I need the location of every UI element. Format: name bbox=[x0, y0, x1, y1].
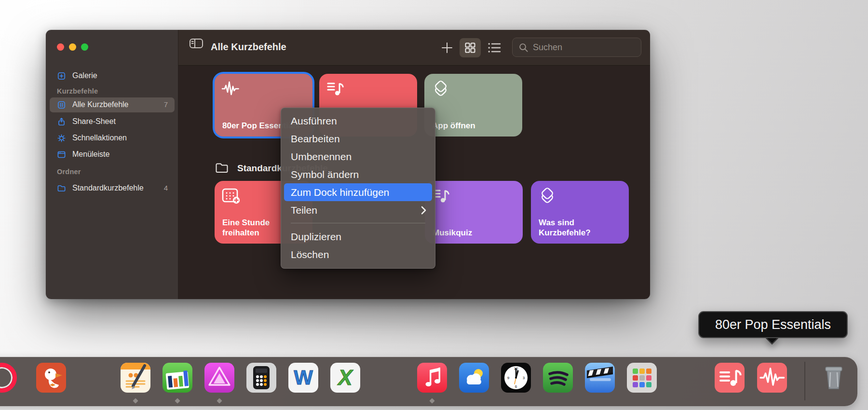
waveform-icon bbox=[221, 79, 240, 98]
gallery-icon bbox=[57, 71, 66, 81]
trash-icon[interactable] bbox=[819, 363, 849, 393]
launchpad-icon[interactable] bbox=[627, 363, 657, 393]
desktop: Galerie Kurzbefehle Alle Kurzbefehle 7 S… bbox=[0, 0, 868, 410]
menu-item-symbol-aendern[interactable]: Symbol ändern bbox=[284, 165, 432, 183]
toggle-sidebar-icon[interactable] bbox=[189, 38, 203, 49]
word-icon[interactable]: W bbox=[288, 363, 318, 393]
music-icon[interactable] bbox=[417, 363, 447, 393]
close-window-button[interactable] bbox=[57, 43, 64, 51]
share-icon bbox=[57, 117, 66, 126]
sidebar-item-count: 4 bbox=[164, 184, 168, 192]
search-icon bbox=[518, 42, 529, 53]
menu-separator bbox=[291, 223, 425, 223]
numbers-icon[interactable] bbox=[163, 363, 192, 393]
search-input[interactable] bbox=[532, 38, 636, 56]
sidebar-item-share-sheet[interactable]: Share-Sheet bbox=[50, 114, 175, 129]
gear-icon bbox=[57, 134, 66, 143]
context-menu: Ausführen Bearbeiten Umbenennen Symbol ä… bbox=[281, 108, 435, 269]
all-shortcuts-icon bbox=[57, 100, 66, 109]
sidebar: Galerie Kurzbefehle Alle Kurzbefehle 7 S… bbox=[46, 30, 178, 299]
menu-item-teilen[interactable]: Teilen bbox=[284, 201, 432, 219]
shortcuts-glyph-icon bbox=[537, 186, 557, 207]
page-title: Alle Kurzbefehle bbox=[211, 41, 286, 53]
sidebar-item-count: 7 bbox=[164, 100, 168, 109]
sidebar-item-label: Alle Kurzbefehle bbox=[72, 100, 129, 109]
calendar-add-icon bbox=[221, 186, 241, 206]
svg-text:X: X bbox=[337, 366, 353, 389]
sidebar-item-schnellaktionen[interactable]: Schnellaktionen bbox=[50, 131, 175, 146]
clock-icon[interactable]: 12369 bbox=[501, 363, 531, 393]
weather-icon[interactable] bbox=[459, 363, 489, 393]
affinity-icon[interactable] bbox=[204, 363, 234, 393]
sidebar-section-header: Ordner bbox=[57, 168, 81, 176]
shortcut-tile[interactable]: Was sind Kurzbefehle? bbox=[531, 181, 629, 244]
pages-icon[interactable] bbox=[121, 363, 150, 393]
shortcuts-glyph-icon bbox=[431, 79, 451, 100]
calculator-icon[interactable] bbox=[246, 363, 276, 393]
shortcut-tile[interactable]: App öffnen bbox=[424, 74, 522, 137]
sidebar-item-label: Standardkurzbefehle bbox=[72, 184, 144, 192]
excel-icon[interactable]: X bbox=[330, 363, 360, 393]
menu-item-zum-dock-hinzufuegen[interactable]: Zum Dock hinzufügen bbox=[284, 183, 432, 201]
menubar-icon bbox=[57, 150, 66, 159]
folder-icon bbox=[215, 162, 229, 174]
sidebar-item-alle-kurzbefehle[interactable]: Alle Kurzbefehle 7 bbox=[50, 97, 175, 112]
sidebar-item-label: Galerie bbox=[72, 71, 97, 80]
add-shortcut-button[interactable] bbox=[440, 41, 454, 55]
menu-item-umbenennen[interactable]: Umbenennen bbox=[284, 148, 432, 165]
svg-text:9: 9 bbox=[507, 376, 510, 380]
spotify-icon[interactable] bbox=[543, 363, 573, 393]
playlist-icon bbox=[326, 79, 345, 98]
duckduckgo-icon[interactable] bbox=[36, 363, 66, 393]
menu-item-ausfuehren[interactable]: Ausführen bbox=[284, 112, 432, 130]
menu-item-duplizieren[interactable]: Duplizieren bbox=[284, 228, 432, 246]
sidebar-item-label: Menüleiste bbox=[72, 150, 109, 159]
sidebar-item-menuleiste[interactable]: Menüleiste bbox=[50, 147, 175, 162]
zoom-window-button[interactable] bbox=[81, 43, 88, 51]
titlebar: Alle Kurzbefehle bbox=[178, 30, 650, 66]
menu-item-bearbeiten[interactable]: Bearbeiten bbox=[284, 130, 432, 148]
svg-text:W: W bbox=[294, 366, 313, 389]
shortcut-title: App öffnen bbox=[432, 121, 514, 131]
svg-text:6: 6 bbox=[515, 384, 517, 389]
dock-tooltip: 80er Pop Essentials bbox=[698, 311, 848, 338]
minimize-window-button[interactable] bbox=[69, 43, 76, 51]
sidebar-item-label: Share-Sheet bbox=[72, 117, 116, 126]
grid-view-icon bbox=[464, 42, 476, 54]
sidebar-item-standardkurzbefehle[interactable]: Standardkurzbefehle 4 bbox=[50, 181, 175, 196]
video-editor-icon[interactable] bbox=[585, 363, 615, 393]
shortcut-playlist-icon[interactable] bbox=[715, 363, 745, 393]
dock-divider bbox=[804, 362, 805, 400]
shortcut-tile[interactable]: Musikquiz bbox=[425, 181, 523, 244]
shortcut-title: Was sind Kurzbefehle? bbox=[539, 218, 621, 238]
sidebar-item-galerie[interactable]: Galerie bbox=[50, 68, 175, 83]
menu-item-label: Teilen bbox=[291, 205, 317, 216]
folder-icon bbox=[57, 184, 66, 193]
svg-text:3: 3 bbox=[523, 376, 525, 380]
list-view-icon[interactable] bbox=[488, 42, 501, 54]
submenu-chevron-icon bbox=[421, 206, 426, 215]
menu-item-loeschen[interactable]: Löschen bbox=[284, 246, 432, 263]
shortcut-waveform-icon[interactable] bbox=[757, 363, 787, 393]
sidebar-item-label: Schnellaktionen bbox=[72, 134, 127, 142]
grid-view-button[interactable] bbox=[460, 38, 481, 57]
sidebar-section-header: Kurzbefehle bbox=[57, 87, 98, 95]
shortcut-title: Musikquiz bbox=[433, 228, 515, 238]
search-field[interactable] bbox=[512, 38, 641, 57]
